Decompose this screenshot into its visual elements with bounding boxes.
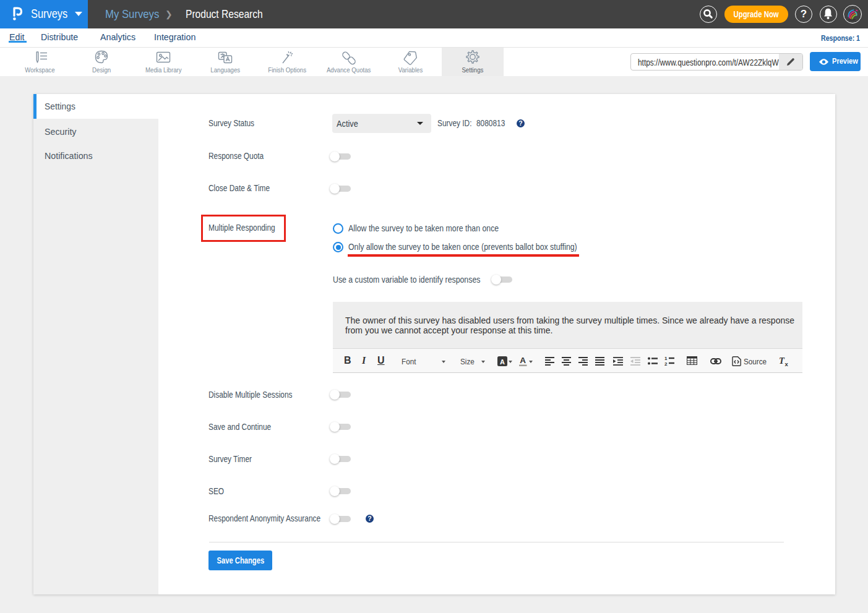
svg-text:A: A: [520, 356, 526, 365]
svg-text:1: 1: [664, 356, 668, 361]
svg-text:2: 2: [664, 361, 668, 366]
svg-text:T: T: [779, 356, 785, 366]
svg-text:x: x: [785, 361, 789, 367]
svg-text:A: A: [500, 358, 505, 366]
